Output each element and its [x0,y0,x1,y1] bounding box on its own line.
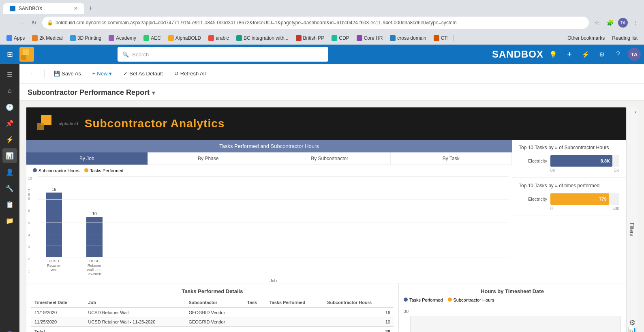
bars-container: 16 10 [38,176,509,283]
sidebar-projects-button[interactable]: 🔧 [2,181,17,195]
hours-legend-dot-1 [404,298,408,302]
grid-line [38,223,509,223]
title-chevron-icon[interactable]: ▾ [152,90,155,96]
bookmark-british-pp[interactable]: British PP [293,34,328,42]
main-area: ← 💾 Save As + New ▾ ✓ Set As Default ↺ R… [19,64,644,332]
sidebar-pinned-button[interactable]: 📌 [2,116,17,131]
table-section: Tasks Performed Details Timesheet Date J… [26,283,626,332]
bookmark-2k-medical[interactable]: 2k Medical [29,34,66,42]
app-grid-button[interactable]: ⊞ [3,48,16,61]
other-bookmarks[interactable]: Other bookmarks [564,34,608,42]
filter-button[interactable]: ⚡ [579,48,592,61]
bookmark-arabic[interactable]: arabic [205,34,232,42]
times-axis-min: 0 [550,206,553,211]
browser-tab[interactable]: SANDBOX ✕ [3,3,84,14]
bars: 16 10 [38,176,509,257]
top10-hours-title: Top 10 Tasks by # of Subcontractor Hours [519,145,619,150]
reading-list[interactable]: Reading list [609,34,641,42]
refresh-button[interactable]: ↻ [29,18,39,28]
sidebar-documents-button[interactable]: 📁 [2,213,17,228]
tab-by-phase[interactable]: By Phase [148,152,270,165]
tab-title: SANDBOX [19,6,71,11]
app-logo[interactable] [19,47,34,62]
grid-line [38,246,509,246]
times-bar-axis: 0 500 [519,206,619,211]
refresh-all-button[interactable]: ↺ Refresh All [170,68,210,79]
profile-button[interactable]: TA [618,18,628,28]
add-button[interactable]: + [563,48,576,61]
bookmark-bc-integration[interactable]: BC integration with... [233,34,292,42]
times-bar-fill-1: 779 [550,193,609,205]
col-sub-hours: Subcontractor Hours [324,298,394,308]
top10-times-bars: Electricity 779 [519,193,619,205]
lightbulb-button[interactable]: 💡 [547,48,560,61]
analytics-header: alphabold Subcontractor Analytics [26,107,626,140]
back-button[interactable]: ← [3,18,13,28]
settings-button[interactable]: ⚙ [595,48,608,61]
user-avatar[interactable]: TA [628,48,641,61]
hours-bar-track-1: 8.8K [550,155,619,167]
row2-job: UCSD Retainer Wall - 11-25-2020 [85,317,185,327]
times-bar-track-1: 779 [550,193,619,205]
address-bar[interactable]: 🔒 boldbuild.crm.dynamics.com/main.aspx?a… [42,17,589,29]
bookmark-apps[interactable]: Apps [3,34,28,42]
sidebar-home-button[interactable]: ⌂ [2,84,17,98]
save-as-button[interactable]: 💾 Save As [49,68,85,79]
bookmark-core-hr[interactable]: Core HR [353,34,386,42]
bookmark-cdp[interactable]: CDP [328,34,352,42]
top10-times-section: Top 10 Tasks by # of times performed Ele… [512,178,626,216]
new-plus-icon: + [92,71,96,77]
row2-date: 11/25/2020 [31,317,85,327]
col-date: Timesheet Date [31,298,85,308]
search-box[interactable]: 🔍 Search [118,47,328,62]
bookmark-cti[interactable]: CTI [430,34,452,42]
bookmark-3d-printing[interactable]: 3D Printing [67,34,105,42]
page-title-bar: Subcontractor Performance Report ▾ [19,84,644,101]
menu-button[interactable]: ⋮ [631,18,641,28]
col-task: Task [244,298,266,308]
sidebar-recent-button[interactable]: 🕐 [2,100,17,114]
collapse-icon[interactable]: ‹ [635,109,637,115]
row2-sub-hours: 10 [324,317,394,327]
table-row: 11/19/2020 UCSD Retainer Wall GEOGRID Ve… [31,308,394,317]
sidebar-activities-button[interactable]: ⚡ [2,132,17,147]
row1-task [244,308,266,317]
nav-back-button[interactable]: ← [26,68,39,79]
sidebar-contacts-button[interactable]: 👤 [2,165,17,179]
sidebar-dashboards-button[interactable]: 📊 [2,148,17,163]
chart-title: Tasks Performed and Subcontractor Hours [219,143,319,149]
bookmark-alphabold[interactable]: AlphaBOLD [165,34,204,42]
sidebar-menu-button[interactable]: ☰ [2,67,17,82]
x-label-2: UCSD Retainer Wall - 11-25-2020 [86,259,103,276]
bookmark-aec[interactable]: AEC [140,34,164,42]
legend-hours-label: Subcontractor Hours [39,168,79,173]
forward-button[interactable]: → [16,18,26,28]
help-button[interactable]: ? [612,48,625,61]
col-sub: Subcontactor [185,298,244,308]
set-default-button[interactable]: ✓ Set As Default [119,68,167,79]
chart-icon-panel[interactable]: 📊 [628,326,637,332]
bar2 [86,217,103,257]
hours-chart-area: 30 [404,306,621,332]
bar2-value: 10 [92,212,96,216]
sidebar-reports-button[interactable]: 📋 [2,197,17,212]
settings-icon-panel[interactable]: ⚙ [629,318,635,327]
filters-tab[interactable]: Filters [629,223,635,236]
tab-by-job[interactable]: By Job [26,152,148,165]
bookmark-star[interactable]: ☆ [592,18,602,28]
extensions-button[interactable]: 🧩 [605,18,615,28]
top10-hours-section: Top 10 Tasks by # of Subcontractor Hours… [512,140,626,178]
bookmark-cross-domain[interactable]: cross domain [387,34,429,42]
save-icon: 💾 [53,71,60,77]
tab-close[interactable]: ✕ [74,6,78,11]
hours-bar-fill-1: 8.8K [550,155,612,167]
new-tab-button[interactable]: + [85,2,96,14]
grid-line [38,234,509,234]
right-chart-panel: Top 10 Tasks by # of Subcontractor Hours… [512,140,626,283]
tab-by-subcontractor[interactable]: By Subcontractor [269,152,391,165]
tab-by-task[interactable]: By Task [391,152,512,165]
refresh-icon: ↺ [174,71,179,77]
bookmark-academy[interactable]: Academy [105,34,139,42]
new-button[interactable]: + New ▾ [88,68,116,79]
x-title: Job [38,278,509,283]
